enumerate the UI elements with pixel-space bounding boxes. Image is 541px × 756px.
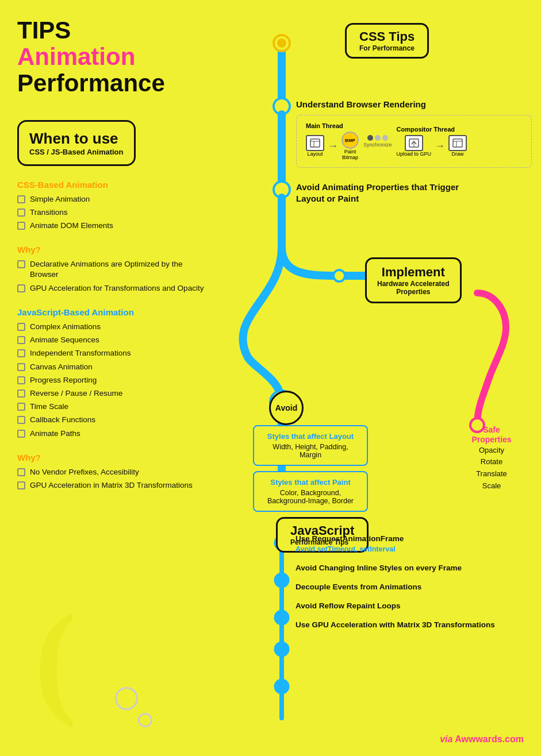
layout-group: Layout bbox=[306, 135, 324, 157]
svg-point-14 bbox=[275, 642, 289, 656]
title-performance: Performance bbox=[17, 70, 207, 97]
list-item: Transitions bbox=[17, 207, 207, 218]
checkbox-icon bbox=[17, 363, 25, 371]
list-item: Callback Functions bbox=[17, 415, 207, 425]
checkbox-icon bbox=[17, 349, 25, 357]
svg-point-13 bbox=[275, 611, 289, 624]
avoid-text: Avoid bbox=[275, 403, 297, 412]
styles-paint-title: Styles that affect Paint bbox=[262, 478, 359, 487]
js-tip-4: Avoid Reflow Repaint Loops bbox=[296, 601, 514, 610]
bmp-label: BMP bbox=[345, 138, 355, 143]
dot-light bbox=[375, 135, 381, 141]
list-item: Animate DOM Elements bbox=[17, 221, 207, 231]
rendering-section: Understand Browser Rendering Main Thread… bbox=[296, 99, 532, 168]
rendering-label: Understand Browser Rendering bbox=[296, 99, 532, 109]
implement-sub2: Properties bbox=[377, 288, 450, 296]
js-tip-1-sub: Avoid setTimeout, setInterval bbox=[296, 545, 514, 553]
css-tips-box: CSS Tips For Performance bbox=[299, 17, 429, 59]
safe-properties-title: SafeProperties bbox=[460, 425, 523, 445]
safe-properties-box: SafeProperties OpacityRotateTranslateSca… bbox=[454, 419, 529, 498]
draw-label: Draw bbox=[452, 151, 464, 157]
css-items-list: Simple Animation Transitions Animate DOM… bbox=[17, 194, 207, 232]
js-tip-5-main: Use GPU Acceleration with Matrix 3D Tran… bbox=[296, 620, 514, 629]
checkbox-icon bbox=[17, 209, 25, 217]
list-item: Declarative Animations are Optimized by … bbox=[17, 259, 207, 280]
svg-rect-23 bbox=[453, 139, 462, 147]
list-item: Animate Sequences bbox=[17, 335, 207, 345]
checkbox-icon bbox=[17, 336, 25, 344]
why1-title: Why? bbox=[17, 245, 207, 254]
js-tip-1: Use RequestAnimationFrame Avoid setTimeo… bbox=[296, 534, 514, 553]
checkbox-icon bbox=[17, 284, 25, 292]
compositor-label: Compositor Thread bbox=[397, 126, 467, 133]
when-to-use-box: When to use CSS / JS-Based Animation bbox=[17, 120, 136, 166]
draw-group: Draw bbox=[448, 135, 467, 157]
list-item: Complex Animations bbox=[17, 322, 207, 332]
layout-label: Layout bbox=[307, 151, 323, 157]
checkbox-icon bbox=[17, 323, 25, 331]
implement-sub1: Hardware Accelerated bbox=[377, 280, 450, 288]
checkbox-icon bbox=[17, 260, 25, 268]
credit: via Awwwards.com bbox=[440, 734, 524, 745]
svg-rect-18 bbox=[310, 139, 320, 147]
checkbox-icon bbox=[17, 430, 25, 438]
avoid-circle: Avoid bbox=[269, 391, 304, 425]
arrow-icon: → bbox=[328, 140, 338, 152]
main-thread-label: Main Thread bbox=[306, 122, 359, 129]
checkbox-icon bbox=[17, 195, 25, 203]
upload-label: Upload to GPU bbox=[397, 151, 432, 157]
avoid-animating-label: Avoid Animating Properties that Trigger … bbox=[296, 182, 469, 204]
js-tip-1-main: Use RequestAnimationFrame bbox=[296, 534, 514, 543]
list-item: GPU Acceleration in Matrix 3D Transforma… bbox=[17, 480, 207, 491]
why2-items-list: No Vendor Prefixes, Accesibility GPU Acc… bbox=[17, 467, 207, 491]
list-item: No Vendor Prefixes, Accesibility bbox=[17, 467, 207, 477]
checkbox-icon bbox=[17, 468, 25, 476]
checkbox-icon bbox=[17, 403, 25, 411]
compositor-items: Upload to GPU → Draw bbox=[397, 135, 467, 157]
why1-items-list: Declarative Animations are Optimized by … bbox=[17, 259, 207, 294]
sync-group: Synchronize bbox=[363, 135, 392, 148]
paint-group: BMP Paint Bitmap bbox=[342, 132, 359, 160]
avoid-animating-text: Avoid Animating Properties that Trigger … bbox=[296, 182, 469, 204]
left-panel: TIPS Animation Performance When to use C… bbox=[0, 0, 224, 511]
compositor-thread-group: Compositor Thread Upload to GPU → Draw bbox=[397, 126, 467, 157]
checkbox-icon bbox=[17, 376, 25, 384]
bmp-icon: BMP bbox=[342, 132, 359, 149]
js-tip-2-main: Avoid Changing Inline Styles on every Fr… bbox=[296, 564, 514, 572]
list-item: Simple Animation bbox=[17, 194, 207, 205]
main-thread-items: Layout → BMP Paint Bitmap bbox=[306, 132, 359, 160]
dot-filled bbox=[367, 135, 373, 141]
decorative-paren: ( bbox=[34, 595, 76, 722]
js-section-title: JavaScript-Based Animation bbox=[17, 307, 207, 317]
svg-point-1 bbox=[274, 98, 290, 114]
svg-point-17 bbox=[277, 38, 286, 48]
styles-layout-box: Styles that affect Layout Width, Height,… bbox=[253, 425, 368, 466]
js-tip-3-main: Decouple Events from Animations bbox=[296, 583, 514, 591]
svg-point-6 bbox=[333, 270, 345, 281]
svg-point-12 bbox=[275, 573, 289, 587]
js-tip-5: Use GPU Acceleration with Matrix 3D Tran… bbox=[296, 620, 514, 629]
main-thread-group: Main Thread Layout → BMP Paint Bitmap bbox=[306, 122, 359, 160]
checkbox-icon bbox=[17, 481, 25, 489]
draw-icon bbox=[448, 135, 467, 151]
svg-point-15 bbox=[275, 680, 289, 693]
list-item: Independent Transformations bbox=[17, 348, 207, 358]
implement-main: Implement bbox=[377, 265, 450, 280]
styles-paint-items: Color, Background, Background-Image, Bor… bbox=[262, 489, 359, 505]
styles-layout-items: Width, Height, Padding, Margin bbox=[262, 443, 359, 459]
rendering-box: Main Thread Layout → BMP Paint Bitmap bbox=[296, 115, 532, 168]
decorative-circle2 bbox=[138, 713, 152, 727]
upload-icon bbox=[405, 135, 423, 151]
layout-icon bbox=[306, 135, 324, 151]
css-tips-sub: For Performance bbox=[359, 44, 415, 52]
when-to-use-label: When to use bbox=[29, 130, 124, 148]
styles-layout-title: Styles that affect Layout bbox=[262, 432, 359, 441]
js-tip-4-main: Avoid Reflow Repaint Loops bbox=[296, 601, 514, 610]
js-tip-3: Decouple Events from Animations bbox=[296, 583, 514, 591]
checkbox-icon bbox=[17, 389, 25, 398]
synchronize-label: Synchronize bbox=[363, 142, 392, 148]
svg-point-3 bbox=[274, 182, 290, 198]
list-item: Time Scale bbox=[17, 402, 207, 412]
safe-properties-items: OpacityRotateTranslateScale bbox=[460, 445, 523, 492]
dot-light bbox=[382, 135, 388, 141]
